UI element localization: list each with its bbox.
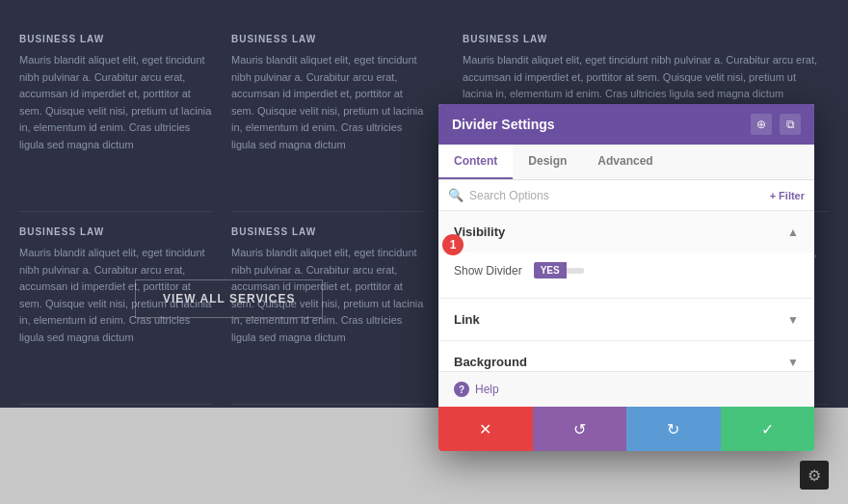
cancel-button[interactable]: ✕ [438, 407, 533, 451]
tab-advanced[interactable]: Advanced [582, 145, 668, 179]
help-icon: ? [454, 382, 469, 397]
modal-footer: ✕ ↺ ↻ ✓ [438, 407, 814, 451]
modal-help-bar: ? Help [438, 371, 814, 407]
background-title: Background [454, 355, 527, 369]
gear-handle-button[interactable]: ⚙ [800, 461, 829, 490]
step-badge: 1 [442, 234, 464, 255]
modal-expand-icon[interactable]: ⧉ [780, 114, 801, 135]
view-all-services-button[interactable]: View All Services [135, 279, 323, 318]
card-2-text: Mauris blandit aliquet elit, eget tincid… [231, 52, 424, 154]
card-3-title: BUSINESS LAW [19, 226, 212, 237]
modal-title: Divider Settings [452, 117, 555, 132]
show-divider-row: Show Divider YES [454, 262, 799, 279]
undo-icon: ↺ [573, 420, 586, 438]
show-divider-label: Show Divider [454, 264, 522, 278]
background-section: Background ▼ [438, 341, 814, 371]
visibility-arrow-icon: ▲ [787, 225, 799, 239]
background-arrow-icon: ▼ [787, 356, 799, 369]
view-all-services-container: View All Services [135, 279, 323, 318]
card-4-title: BUSINESS LAW [231, 226, 424, 237]
gear-icon: ⚙ [808, 466, 821, 485]
save-icon: ✓ [761, 420, 774, 438]
modal-header: Divider Settings ⊕ ⧉ [438, 104, 814, 145]
toggle-no-label[interactable] [567, 268, 584, 274]
search-icon: 🔍 [448, 188, 464, 202]
visibility-header[interactable]: Visibility ▲ [438, 211, 814, 252]
help-label[interactable]: Help [475, 383, 499, 396]
tab-content[interactable]: Content [438, 145, 513, 179]
card-1: BUSINESS LAW Mauris blandit aliquet elit… [19, 19, 212, 212]
link-title: Link [454, 312, 480, 327]
redo-icon: ↻ [667, 420, 679, 438]
background-header[interactable]: Background ▼ [438, 341, 814, 371]
left-cards-grid: BUSINESS LAW Mauris blandit aliquet elit… [0, 0, 443, 405]
toggle-yes-label[interactable]: YES [534, 262, 567, 279]
modal-body: Visibility ▲ Show Divider YES Link ▼ [438, 211, 814, 371]
card-1-text: Mauris blandit aliquet elit, eget tincid… [19, 52, 212, 154]
card-1-title: BUSINESS LAW [19, 34, 212, 44]
card-2-title: BUSINESS LAW [231, 34, 424, 44]
undo-button[interactable]: ↺ [533, 407, 627, 451]
redo-button[interactable]: ↻ [626, 407, 721, 451]
link-header[interactable]: Link ▼ [438, 299, 814, 340]
link-arrow-icon: ▼ [787, 313, 799, 327]
link-section: Link ▼ [438, 299, 814, 341]
filter-button[interactable]: + Filter [770, 190, 805, 201]
show-divider-toggle[interactable]: YES [534, 262, 584, 279]
card-2: BUSINESS LAW Mauris blandit aliquet elit… [231, 19, 424, 212]
modal-header-icons: ⊕ ⧉ [751, 114, 801, 135]
search-input[interactable] [469, 189, 764, 202]
modal-search-bar: 🔍 + Filter [438, 180, 814, 211]
modal-tabs: Content Design Advanced [438, 145, 814, 180]
visibility-section: Visibility ▲ Show Divider YES [438, 211, 814, 299]
modal-settings-icon[interactable]: ⊕ [751, 114, 772, 135]
visibility-title: Visibility [454, 225, 505, 239]
cancel-icon: ✕ [479, 420, 491, 438]
save-button[interactable]: ✓ [721, 407, 815, 451]
divider-settings-modal: Divider Settings ⊕ ⧉ Content Design Adva… [438, 104, 814, 451]
tab-design[interactable]: Design [513, 145, 582, 179]
right-card-1-text: Mauris blandit aliquet elit, eget tincid… [463, 52, 829, 103]
visibility-content: Show Divider YES [438, 252, 814, 298]
right-card-1-title: BUSINESS LAW [463, 34, 829, 44]
